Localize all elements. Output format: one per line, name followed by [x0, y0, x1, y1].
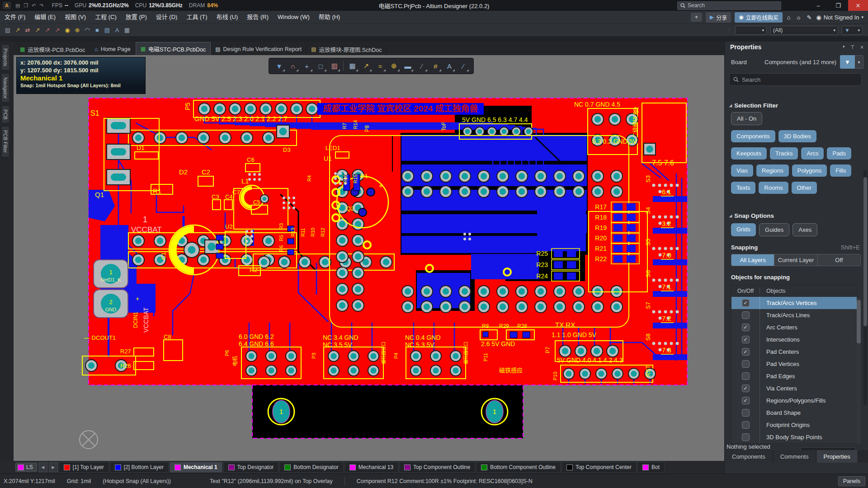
filter-icon[interactable]: ▼ — [273, 60, 286, 72]
sidebar-item-projects[interactable]: Projects — [1, 44, 9, 70]
toolbar-icon-10[interactable]: ▤ — [102, 27, 112, 33]
measure-icon[interactable]: ∕ — [415, 60, 428, 72]
panel-dropdown-icon[interactable]: ▾ — [843, 44, 845, 51]
sidebar-item-pcb-filter[interactable]: PCB Filter — [1, 126, 9, 157]
layer-tab-9[interactable]: Bot — [637, 462, 665, 473]
table-row[interactable]: Board Shape — [731, 407, 857, 419]
table-row[interactable]: Pad Vertices — [731, 358, 857, 370]
layer-tab-7[interactable]: Bottom Component Outline — [476, 462, 561, 473]
gear-icon[interactable]: ☼ — [795, 14, 802, 21]
snap-button-guides[interactable]: Guides — [759, 223, 789, 236]
layer-tab-3[interactable]: Top Designator — [223, 462, 279, 473]
region-icon[interactable]: ▬ — [401, 60, 415, 72]
table-row[interactable]: ✓Track/Arcs Vertices — [731, 297, 857, 309]
menu-item-4[interactable]: 放置 (P) — [121, 11, 151, 23]
toolbar-icon-11[interactable]: A — [112, 27, 122, 33]
magnet-icon[interactable]: ∩ — [287, 60, 300, 72]
layer-tab-0[interactable]: [1] Top Layer — [59, 462, 109, 473]
layer-tab-8[interactable]: Top Component Center — [561, 462, 637, 473]
checkbox[interactable]: ✓ — [742, 348, 750, 356]
filter-button-components[interactable]: Components — [731, 130, 775, 142]
section-selection-filter[interactable]: ◢Selection Filter — [729, 102, 778, 109]
toolbar-icon-9[interactable]: ■ — [92, 27, 102, 33]
checkbox[interactable] — [742, 409, 750, 417]
table-scrollbar-thumb[interactable] — [857, 300, 861, 343]
scope-label[interactable]: Components (and 12 more) — [764, 59, 836, 66]
toolbar-icon-1[interactable]: ↗ — [13, 27, 23, 33]
snapping-mode-current-layer[interactable]: Current Layer — [774, 254, 817, 266]
filter-button-keepouts[interactable]: Keepouts — [731, 147, 767, 160]
scroll-layers-right-button[interactable]: ▶ — [49, 462, 58, 472]
panel-scrollbar-thumb[interactable] — [863, 177, 867, 326]
layer-tab-1[interactable]: [2] Bottom Layer — [110, 462, 169, 473]
pcb-canvas[interactable]: 1NetD1_K2GNDS1P5GND 5V 2.5 2.3 2.0 2.1 2… — [14, 55, 724, 461]
scroll-layers-left-button[interactable]: ◀ — [38, 462, 47, 472]
share-button[interactable]: ▶分享 — [706, 12, 731, 23]
layer-combo[interactable]: ▾ — [735, 26, 767, 35]
panel-search-input[interactable]: Search — [729, 73, 862, 86]
restore-button[interactable]: ❐ — [828, 0, 848, 11]
table-row[interactable]: ✓Regions/Polygons/Fills — [731, 394, 857, 407]
document-tab-3[interactable]: ▤Design Rule Verification Report — [211, 43, 307, 55]
filter-button-tracks[interactable]: Tracks — [770, 147, 798, 160]
route-icon[interactable]: ↗ — [360, 60, 373, 72]
snap-button-axes[interactable]: Axes — [793, 223, 817, 236]
panels-button[interactable]: Panels — [838, 476, 865, 486]
filter-button-other[interactable]: Other — [792, 182, 817, 194]
checkbox[interactable] — [742, 421, 750, 429]
table-row[interactable]: ✓Pad Centers — [731, 346, 857, 358]
table-row[interactable]: ✓Arc Centers — [731, 321, 857, 333]
filter-button-rooms[interactable]: Rooms — [759, 182, 788, 194]
toolbar-icon-4[interactable]: ↗ — [42, 27, 52, 33]
layer-sets-button[interactable]: LS — [15, 463, 37, 472]
table-row[interactable]: ✓Via Centers — [731, 382, 857, 394]
document-tab-4[interactable]: ▤运放模块-原理图.SchDoc — [307, 43, 387, 55]
sidebar-item-pcb[interactable]: PCB — [1, 105, 9, 124]
minimize-button[interactable]: – — [808, 0, 828, 11]
panel-filter-button[interactable]: ▼ ▾ — [840, 55, 863, 69]
table-row[interactable]: 3D Body Snap Points — [731, 431, 857, 443]
altium-logo-icon[interactable]: A — [3, 2, 11, 9]
menu-item-10[interactable]: 帮助 (H) — [314, 11, 345, 23]
menu-item-8[interactable]: 报告 (R) — [242, 11, 273, 23]
menu-item-3[interactable]: 工程 (C) — [90, 11, 121, 23]
toolbar-icon-0[interactable]: ▨ — [3, 27, 13, 33]
document-tab-0[interactable]: ▦运放模块-PCB.PcbDoc — [15, 43, 90, 55]
filter-button-vias[interactable]: Vias — [731, 164, 753, 177]
pin-icon[interactable]: ⊤ — [850, 44, 855, 51]
filter-button-texts[interactable]: Texts — [731, 182, 755, 194]
filter-combo[interactable]: ▼▾ — [842, 26, 863, 35]
checkbox[interactable] — [742, 311, 750, 319]
checkbox[interactable]: ✓ — [742, 336, 750, 343]
toolbar-icon-12[interactable]: ▦ — [122, 27, 132, 33]
tune-icon[interactable]: ≈ — [373, 60, 387, 72]
toolbar-icon-3[interactable]: ↗ — [33, 27, 42, 33]
close-button[interactable]: ✕ — [848, 0, 868, 11]
via-icon[interactable]: ⊕ — [387, 60, 401, 72]
panel-tab-properties[interactable]: Properties — [816, 450, 858, 463]
menu-item-2[interactable]: 视图 (V) — [60, 11, 90, 23]
snap-button-grids[interactable]: Grids — [731, 223, 756, 236]
sidebar-item-navigator[interactable]: Navigator — [1, 73, 9, 103]
layer-tab-4[interactable]: Bottom Designator — [279, 462, 343, 473]
signin-menu[interactable]: ◉Not Signed In▾ — [816, 14, 863, 21]
select-area-icon[interactable]: □ — [314, 60, 327, 72]
toolbar-icon-5[interactable]: ↗ — [52, 27, 62, 33]
filter-button-arcs[interactable]: Arcs — [801, 147, 824, 160]
filter-button-fills[interactable]: Fills — [830, 164, 851, 177]
menu-item-0[interactable]: 文件 (F) — [0, 11, 30, 23]
filter-button-polygons[interactable]: Polygons — [792, 164, 827, 177]
undo-icon[interactable]: ↶ — [32, 3, 36, 9]
global-search-input[interactable]: Search — [677, 1, 781, 10]
filter-button-regions[interactable]: Regions — [756, 164, 789, 177]
checkbox[interactable]: ✓ — [742, 324, 750, 331]
toolbar-icon-7[interactable]: ⊕ — [72, 27, 82, 33]
checkbox[interactable]: ✓ — [742, 299, 750, 307]
checkbox[interactable] — [742, 372, 750, 380]
scope-combo[interactable]: (All)▾ — [770, 26, 838, 35]
toolbar-icon-6[interactable]: ◉ — [62, 27, 72, 33]
toolbar-icon-8[interactable]: ◠ — [82, 27, 92, 33]
save-icon[interactable]: ▤ — [15, 3, 20, 9]
table-row[interactable]: Track/Arcs Lines — [731, 309, 857, 321]
document-tab-1[interactable]: ⌂Home Page — [90, 43, 135, 55]
